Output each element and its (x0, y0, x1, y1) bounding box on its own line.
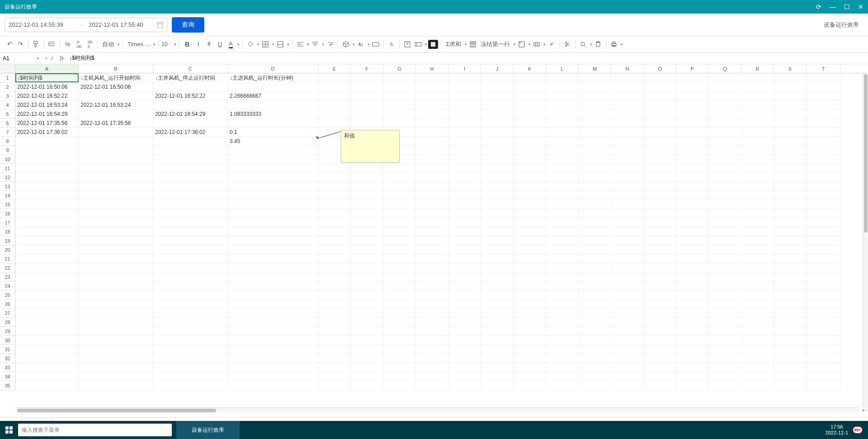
cell[interactable] (546, 372, 579, 381)
cell[interactable] (15, 155, 79, 164)
cell[interactable] (774, 282, 807, 291)
cell[interactable] (153, 164, 228, 173)
cell[interactable] (351, 263, 383, 272)
cell[interactable] (228, 291, 318, 300)
merge-icon[interactable] (275, 39, 285, 50)
chevron-down-icon[interactable]: ▾ (153, 42, 156, 47)
cell[interactable] (644, 272, 676, 282)
cell[interactable] (644, 345, 676, 354)
cell[interactable] (383, 381, 416, 390)
cell[interactable] (774, 245, 807, 254)
cell[interactable] (15, 137, 79, 146)
cell[interactable] (709, 227, 741, 236)
cell[interactable] (481, 218, 514, 227)
cell[interactable] (448, 182, 481, 191)
cell[interactable] (448, 119, 481, 128)
cell[interactable] (774, 119, 807, 128)
cell[interactable] (416, 300, 448, 309)
cell[interactable] (416, 110, 448, 119)
cell[interactable] (448, 209, 481, 218)
cell[interactable] (79, 209, 153, 218)
cell[interactable] (644, 336, 676, 345)
cell[interactable] (153, 327, 228, 336)
row-header[interactable]: 24 (0, 282, 15, 291)
cell[interactable] (514, 191, 546, 200)
cell[interactable] (448, 336, 481, 345)
cell[interactable] (318, 91, 351, 100)
cell[interactable] (15, 354, 79, 363)
cell[interactable] (15, 318, 79, 327)
cell[interactable] (153, 272, 228, 282)
cell[interactable] (351, 354, 383, 363)
chevron-down-icon[interactable]: ▾ (322, 42, 324, 47)
cell[interactable] (153, 155, 228, 164)
cell[interactable] (644, 155, 676, 164)
cell[interactable] (481, 73, 514, 82)
cell[interactable] (153, 100, 228, 110)
cell[interactable]: 2022-12-01 16:52:22 (15, 91, 79, 100)
formula-accept-icon[interactable]: ✓ (50, 55, 54, 61)
cell[interactable] (448, 100, 481, 110)
cell[interactable] (318, 254, 351, 263)
cell[interactable] (481, 119, 514, 128)
cell[interactable] (79, 245, 153, 254)
cell[interactable] (611, 354, 644, 363)
cell[interactable] (481, 191, 514, 200)
cell[interactable] (318, 209, 351, 218)
cell[interactable] (644, 128, 676, 137)
cell[interactable] (709, 363, 741, 372)
cell[interactable] (448, 200, 481, 209)
cell[interactable] (318, 300, 351, 309)
cell[interactable] (228, 100, 318, 110)
cell[interactable] (514, 354, 546, 363)
cell[interactable] (546, 245, 579, 254)
cell[interactable]: 1.083333333 (228, 110, 318, 119)
cell[interactable] (351, 119, 383, 128)
cell[interactable] (741, 91, 774, 100)
cell[interactable] (676, 128, 709, 137)
cell[interactable] (644, 354, 676, 363)
cell[interactable] (318, 110, 351, 119)
cell[interactable] (644, 236, 676, 245)
cell[interactable] (383, 227, 416, 236)
cell[interactable] (383, 82, 416, 91)
cell[interactable] (481, 372, 514, 381)
cell[interactable] (807, 372, 840, 381)
cell[interactable] (318, 272, 351, 282)
cell[interactable] (416, 128, 448, 137)
column-header[interactable]: O (644, 64, 676, 73)
cell[interactable] (741, 300, 774, 309)
cell[interactable] (579, 363, 611, 372)
cell[interactable] (416, 309, 448, 318)
cell[interactable] (79, 309, 153, 318)
cell[interactable] (351, 309, 383, 318)
text-control-icon[interactable]: A↕ (356, 39, 366, 50)
cell[interactable] (153, 119, 228, 128)
cell[interactable] (807, 236, 840, 245)
cell[interactable] (644, 363, 676, 372)
cell[interactable] (318, 372, 351, 381)
cell[interactable] (416, 191, 448, 200)
column-header[interactable]: L (546, 64, 579, 73)
cell[interactable] (709, 155, 741, 164)
cell[interactable] (709, 128, 741, 137)
cell[interactable] (579, 345, 611, 354)
cell[interactable] (416, 345, 448, 354)
cell[interactable] (676, 282, 709, 291)
cell[interactable] (807, 182, 840, 191)
cell[interactable] (546, 282, 579, 291)
cell[interactable] (448, 345, 481, 354)
cell[interactable] (611, 128, 644, 137)
chevron-down-icon[interactable]: ▾ (118, 42, 120, 47)
cell[interactable]: 2022-12-01 16:54:29 (153, 110, 228, 119)
cell[interactable] (416, 173, 448, 182)
row-header[interactable]: 1 (0, 73, 15, 82)
cell[interactable] (676, 200, 709, 209)
cell[interactable] (644, 73, 676, 82)
cell[interactable] (153, 227, 228, 236)
cell[interactable] (709, 209, 741, 218)
minimize-icon[interactable]: — (830, 3, 836, 10)
cell[interactable] (481, 128, 514, 137)
cell[interactable] (318, 363, 351, 372)
cell[interactable] (318, 336, 351, 345)
